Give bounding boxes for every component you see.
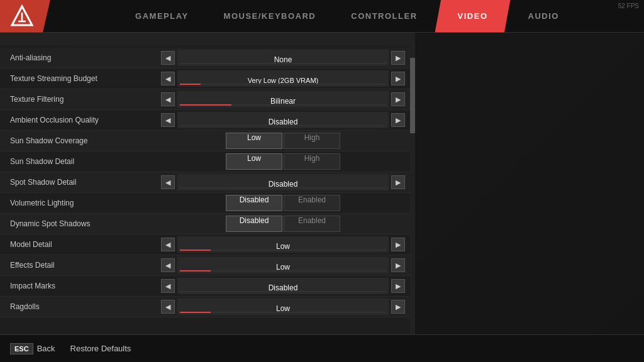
arrow-right-model-detail[interactable]: ▶ xyxy=(391,238,405,251)
back-button[interactable]: ESC Back xyxy=(10,343,55,354)
setting-label-sun-shadow-coverage: Sun Shadow Coverage xyxy=(10,136,161,145)
esc-key-badge: ESC xyxy=(10,343,33,354)
tab-audio[interactable]: AUDIO xyxy=(511,0,577,33)
setting-label-model-detail: Model Detail xyxy=(10,240,161,249)
value-box-texture-budget: Very Low (2GB VRAM) xyxy=(177,70,389,87)
arrow-left-ao-quality[interactable]: ◀ xyxy=(161,113,175,127)
value-box-effects-detail: Low xyxy=(177,257,389,273)
setting-control-model-detail: ◀ Low ▶ xyxy=(161,236,405,253)
arrow-left-ragdolls[interactable]: ◀ xyxy=(161,300,175,314)
toggle-high-sun-shadow-detail[interactable]: High xyxy=(284,153,340,170)
toggle-low-sun-shadow-coverage[interactable]: Low xyxy=(226,133,282,149)
toggle-disabled-dynamic[interactable]: Disabled xyxy=(226,216,282,232)
main-content: Anti-aliasing ◀ None ▶ Texture Streaming… xyxy=(0,33,644,362)
scrollbar-thumb[interactable] xyxy=(410,58,415,133)
table-row: Impact Marks ◀ Disabled ▶ xyxy=(0,276,415,297)
logo-area xyxy=(0,0,50,33)
setting-control-ragdolls: ◀ Low ▶ xyxy=(161,299,405,315)
tab-video[interactable]: VIDEO xyxy=(435,0,511,33)
table-row: Anti-aliasing ◀ None ▶ xyxy=(0,48,415,69)
arrow-left-model-detail[interactable]: ◀ xyxy=(161,238,175,251)
arrow-right-effects-detail[interactable]: ▶ xyxy=(391,258,405,272)
setting-control-volumetric-lighting: Disabled Enabled xyxy=(161,195,405,211)
setting-control-sun-shadow-detail: Low High xyxy=(161,153,405,170)
apex-logo xyxy=(9,4,35,29)
tab-mouse-keyboard[interactable]: MOUSE/KEYBOARD xyxy=(206,0,334,33)
restore-defaults-button[interactable]: Restore Defaults xyxy=(70,344,131,353)
setting-control-texture-filtering: ◀ Bilinear ▶ xyxy=(161,91,405,107)
settings-header xyxy=(0,33,415,45)
table-row: Texture Filtering ◀ Bilinear ▶ xyxy=(0,89,415,110)
table-row: Dynamic Spot Shadows Disabled Enabled xyxy=(0,214,415,234)
arrow-left-spot-shadow-detail[interactable]: ◀ xyxy=(161,175,175,189)
value-box-texture-filtering: Bilinear xyxy=(177,91,389,107)
setting-control-sun-shadow-coverage: Low High xyxy=(161,133,405,149)
value-box-model-detail: Low xyxy=(177,236,389,253)
setting-label-dynamic-spot-shadows: Dynamic Spot Shadows xyxy=(10,219,161,228)
table-row: Sun Shadow Coverage Low High xyxy=(0,131,415,151)
arrow-right-texture-budget[interactable]: ▶ xyxy=(391,72,405,85)
table-row: Texture Streaming Budget ◀ Very Low (2GB… xyxy=(0,69,415,89)
right-panel xyxy=(415,33,644,362)
table-row: Ragdolls ◀ Low ▶ xyxy=(0,297,415,317)
value-box-impact-marks: Disabled xyxy=(177,278,389,294)
arrow-right-spot-shadow-detail[interactable]: ▶ xyxy=(391,175,405,189)
table-row: Ambient Occlusion Quality ◀ Disabled ▶ xyxy=(0,110,415,131)
setting-control-ao-quality: ◀ Disabled ▶ xyxy=(161,112,405,128)
setting-label-impact-marks: Impact Marks xyxy=(10,282,161,290)
toggle-low-sun-shadow-detail[interactable]: Low xyxy=(226,153,282,170)
value-box-spot-shadow-detail: Disabled xyxy=(177,174,389,190)
tab-gameplay[interactable]: GAMEPLAY xyxy=(118,0,206,33)
restore-defaults-label: Restore Defaults xyxy=(70,344,131,353)
value-box-antialiasing: None xyxy=(177,50,389,66)
setting-label-texture-filtering: Texture Filtering xyxy=(10,95,161,104)
toggle-enabled-volumetric[interactable]: Enabled xyxy=(284,195,340,211)
arrow-left-texture-filtering[interactable]: ◀ xyxy=(161,92,175,106)
arrow-left-effects-detail[interactable]: ◀ xyxy=(161,258,175,272)
arrow-right-impact-marks[interactable]: ▶ xyxy=(391,279,405,293)
arrow-left-impact-marks[interactable]: ◀ xyxy=(161,279,175,293)
setting-label-antialiasing: Anti-aliasing xyxy=(10,53,161,62)
setting-control-dynamic-spot-shadows: Disabled Enabled xyxy=(161,216,405,232)
setting-label-volumetric-lighting: Volumetric Lighting xyxy=(10,199,161,207)
setting-label-ragdolls: Ragdolls xyxy=(10,302,161,311)
arrow-left-antialiasing[interactable]: ◀ xyxy=(161,51,175,65)
setting-label-sun-shadow-detail: Sun Shadow Detail xyxy=(10,157,161,166)
topbar: GAMEPLAY MOUSE/KEYBOARD CONTROLLER VIDEO… xyxy=(0,0,644,33)
table-row: Volumetric Lighting Disabled Enabled xyxy=(0,193,415,214)
setting-control-impact-marks: ◀ Disabled ▶ xyxy=(161,278,405,294)
value-box-ao-quality: Disabled xyxy=(177,112,389,128)
arrow-right-ragdolls[interactable]: ▶ xyxy=(391,300,405,314)
arrow-right-antialiasing[interactable]: ▶ xyxy=(391,51,405,65)
table-row: Model Detail ◀ Low ▶ xyxy=(0,234,415,255)
setting-control-spot-shadow-detail: ◀ Disabled ▶ xyxy=(161,174,405,190)
arrow-right-ao-quality[interactable]: ▶ xyxy=(391,113,405,127)
arrow-right-texture-filtering[interactable]: ▶ xyxy=(391,92,405,106)
nav-tabs: GAMEPLAY MOUSE/KEYBOARD CONTROLLER VIDEO… xyxy=(50,0,644,32)
table-row: Effects Detail ◀ Low ▶ xyxy=(0,255,415,276)
tab-controller[interactable]: CONTROLLER xyxy=(333,0,435,33)
toggle-enabled-dynamic[interactable]: Enabled xyxy=(284,216,340,232)
settings-list: Anti-aliasing ◀ None ▶ Texture Streaming… xyxy=(0,45,415,320)
toggle-disabled-volumetric[interactable]: Disabled xyxy=(226,195,282,211)
settings-panel: Anti-aliasing ◀ None ▶ Texture Streaming… xyxy=(0,33,415,362)
back-label: Back xyxy=(37,344,55,353)
setting-label-spot-shadow-detail: Spot Shadow Detail xyxy=(10,178,161,187)
setting-control-antialiasing: ◀ None ▶ xyxy=(161,50,405,66)
scrollbar[interactable] xyxy=(410,45,415,362)
value-box-ragdolls: Low xyxy=(177,299,389,315)
bottom-bar: ESC Back Restore Defaults xyxy=(0,334,644,362)
toggle-high-sun-shadow-coverage[interactable]: High xyxy=(284,133,340,149)
table-row: Spot Shadow Detail ◀ Disabled ▶ xyxy=(0,172,415,193)
fps-counter: 52 FPS xyxy=(618,3,639,9)
table-row: Sun Shadow Detail Low High xyxy=(0,151,415,172)
setting-label-texture-budget: Texture Streaming Budget xyxy=(10,74,161,83)
setting-label-effects-detail: Effects Detail xyxy=(10,261,161,270)
setting-label-ao-quality: Ambient Occlusion Quality xyxy=(10,116,161,124)
setting-control-texture-budget: ◀ Very Low (2GB VRAM) ▶ xyxy=(161,70,405,87)
setting-control-effects-detail: ◀ Low ▶ xyxy=(161,257,405,273)
arrow-left-texture-budget[interactable]: ◀ xyxy=(161,72,175,85)
